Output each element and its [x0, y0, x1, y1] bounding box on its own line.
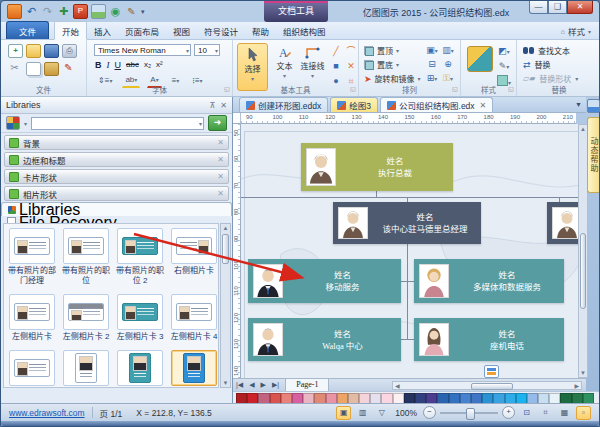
shape-item[interactable]: 左侧相片卡 4 — [167, 293, 219, 349]
copy-icon[interactable] — [26, 62, 41, 76]
redo-icon[interactable]: ↷ — [41, 5, 54, 18]
dialog-launcher-icon[interactable]: ◳ — [452, 87, 458, 94]
zoom-out-button[interactable]: − — [423, 406, 436, 419]
quick-layout-icon[interactable] — [484, 365, 499, 378]
shape-item[interactable]: 居中相片卡 — [59, 349, 113, 388]
cut-icon[interactable]: ✂ — [8, 62, 21, 74]
org-node-mobile[interactable]: 姓名移动服务 — [248, 259, 401, 303]
tab-symbol-design[interactable]: 符号设计 — [197, 22, 245, 39]
zoom-slider-thumb[interactable] — [466, 408, 475, 420]
org-node-walqa[interactable]: 姓名Walqa 中心 — [248, 318, 401, 361]
undo-icon[interactable]: ↶ — [25, 5, 38, 18]
rotate-mirror-button[interactable]: ➤ 旋转和镜像▾ — [364, 73, 421, 84]
org-node-landline[interactable]: 姓名座机电话 — [414, 318, 564, 361]
prev-page-button[interactable]: ◀ — [246, 381, 257, 389]
presentation-view-icon[interactable]: ▽ — [374, 406, 389, 420]
maximize-button[interactable]: ❑ — [548, 1, 567, 14]
dynamic-help-icon[interactable] — [587, 99, 600, 113]
document-tab[interactable]: 绘图3 — [330, 97, 378, 112]
bring-to-front-button[interactable]: 置顶▾ — [364, 45, 399, 56]
shape-item[interactable]: 左侧相片卡 — [5, 293, 59, 349]
export-image-icon[interactable] — [91, 4, 106, 19]
dialog-launcher-icon[interactable]: ◳ — [508, 87, 514, 94]
shape-item-selected[interactable]: 居中相片卡 3 — [167, 349, 219, 388]
save-icon[interactable] — [44, 44, 59, 58]
tab-org-chart[interactable]: 组织结构图 — [276, 22, 333, 39]
library-search-input[interactable]: ▾ — [31, 117, 204, 130]
move-tool-icon[interactable]: ✚ — [57, 5, 70, 18]
qat-dropdown-icon[interactable]: ▾ — [141, 8, 145, 16]
section-photo-shapes[interactable]: 相片形状✕ — [4, 186, 229, 201]
page-tab[interactable]: Page-1 — [285, 379, 329, 391]
replace-shape-button[interactable]: ▱▰ 替换形状▾ — [523, 73, 578, 84]
shape-item[interactable]: 左侧相片卡 5 — [5, 349, 59, 388]
close-button[interactable]: ✕ — [567, 1, 593, 14]
dialog-launcher-icon[interactable]: ◳ — [350, 87, 356, 94]
shape-item[interactable]: 右侧相片卡 — [167, 227, 219, 293]
tab-page-layout[interactable]: 页面布局 — [118, 22, 166, 39]
tab-home[interactable]: 开始 — [54, 21, 87, 40]
open-icon[interactable] — [26, 44, 41, 58]
arc-tool-icon[interactable]: ⌒ — [344, 45, 358, 59]
section-backgrounds[interactable]: 背景✕ — [4, 135, 229, 150]
close-icon[interactable]: ✕ — [217, 189, 224, 198]
style-menu-button[interactable]: ⌂ 样式 ▾ — [561, 25, 591, 37]
document-tab-active[interactable]: 公司组织结构图.edx✕ — [380, 97, 493, 112]
export-ppt-icon[interactable]: P — [73, 4, 88, 19]
section-borders-titles[interactable]: 边框和标题✕ — [4, 152, 229, 167]
find-text-button[interactable]: 查找文本 — [523, 45, 570, 56]
shape-item[interactable]: 居中相片卡 2 — [113, 349, 167, 388]
close-icon[interactable]: ✕ — [217, 155, 224, 164]
show-grid-icon[interactable]: ▦ — [557, 406, 572, 420]
zoom-slider[interactable] — [440, 412, 498, 414]
library-scrollbar[interactable]: ▲▼ — [220, 223, 231, 388]
website-link[interactable]: www.edrawsoft.com — [9, 408, 85, 418]
print-icon[interactable]: ⎙ — [62, 44, 77, 58]
shape-item[interactable]: 左侧相片卡 2 — [59, 293, 113, 349]
bold-button[interactable]: B — [95, 59, 102, 71]
tab-view[interactable]: 视图 — [166, 22, 197, 39]
pencil-tool-icon[interactable]: ✕ — [344, 60, 358, 74]
page-view-icon[interactable]: ▥ — [355, 406, 370, 420]
dialog-launcher-icon[interactable]: ◳ — [224, 87, 230, 94]
theme-color-icon[interactable]: ◉ — [109, 5, 122, 18]
org-node-ceo[interactable]: 姓名执行总裁 — [301, 143, 453, 191]
font-size-select[interactable]: 10▾ — [194, 44, 220, 56]
line-tool-icon[interactable]: ╱ — [329, 45, 343, 59]
pan-zoom-icon[interactable]: ▫ — [576, 406, 591, 420]
zoom-region-icon[interactable]: ⌗ — [538, 406, 553, 420]
replace-button[interactable]: ⇄ 替换 — [523, 59, 551, 70]
pin-icon[interactable]: ⊼ — [209, 101, 215, 110]
align-icon[interactable]: ▣▾ — [424, 44, 440, 58]
first-page-button[interactable]: |◀ — [233, 381, 246, 389]
close-panel-icon[interactable]: ✕ — [220, 101, 227, 110]
minimize-button[interactable]: — — [529, 1, 548, 14]
shape-item[interactable]: 带有照片的职位 — [59, 227, 113, 293]
library-menu-icon[interactable] — [6, 116, 20, 130]
org-node-multimedia[interactable]: 姓名多媒体和数据服务 — [414, 259, 564, 303]
dynamic-help-tab[interactable]: 动态帮助 — [587, 117, 599, 193]
rectangle-tool-icon[interactable]: ■ — [329, 60, 343, 74]
section-card-shapes[interactable]: 卡片形状✕ — [4, 169, 229, 184]
shape-item[interactable]: 左侧相片卡 3 — [113, 293, 167, 349]
document-tab[interactable]: 创建环形图.eddx — [239, 97, 328, 112]
center-icon[interactable]: ⊕ — [440, 58, 456, 72]
fit-to-window-icon[interactable]: ⊡ — [519, 406, 534, 420]
next-page-button[interactable]: ▶ — [258, 381, 269, 389]
send-to-back-button[interactable]: 置底▾ — [364, 59, 399, 70]
canvas-page[interactable]: 姓名执行总裁 姓名该中心驻马德里总经理 姓名移动服务 姓名多媒体和数据服务 姓名… — [241, 124, 578, 378]
background-color-icon[interactable]: ◩▾ — [497, 45, 511, 59]
new-icon[interactable]: + — [8, 44, 23, 58]
org-node-gm[interactable]: 姓名该中心驻马德里总经理 — [333, 202, 481, 244]
close-icon[interactable]: ✕ — [217, 172, 224, 181]
line-style-icon[interactable]: ✎▾ — [497, 60, 511, 74]
paint-style-icon[interactable] — [467, 46, 493, 72]
distribute-icon[interactable]: ▥▾ — [440, 44, 456, 58]
normal-view-icon[interactable]: ▣ — [336, 406, 351, 420]
pen-icon[interactable]: ✎ — [125, 5, 138, 18]
edraw-logo-icon[interactable] — [7, 4, 22, 19]
shape-item[interactable]: 带有照片的职位 2 — [113, 227, 167, 293]
close-icon[interactable]: ✕ — [217, 138, 224, 147]
zoom-in-button[interactable]: + — [502, 406, 515, 419]
superscript-button[interactable]: x² — [156, 59, 163, 71]
